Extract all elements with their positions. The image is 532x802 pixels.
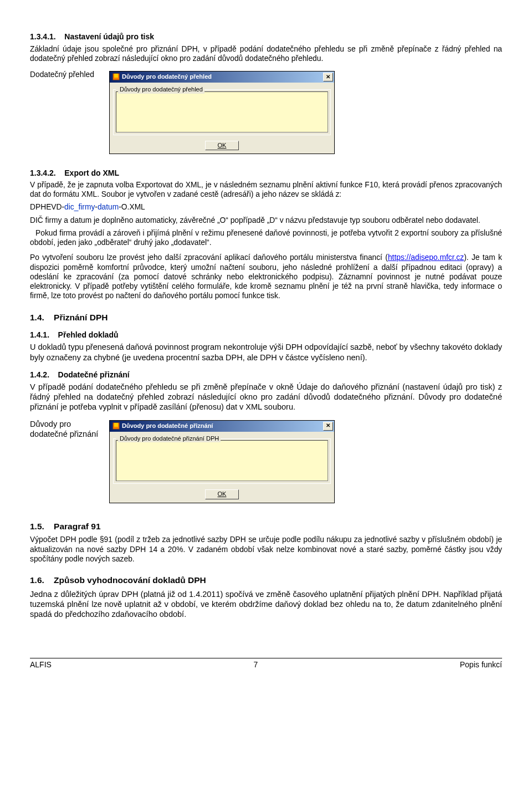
app-icon: [112, 422, 120, 430]
para-1341: Základní údaje jsou společné pro přiznán…: [30, 44, 502, 63]
para-1342d: Po vytvoření souboru lze provést jeho da…: [30, 253, 502, 300]
heading-14: 1.4. Přiznání DPH: [30, 312, 502, 323]
heading-title: Nastavení údajů pro tisk: [64, 32, 154, 41]
heading-num: 1.6.: [30, 575, 44, 585]
dialog-duvody-prehled: Důvody pro dodatečný přehled ✕ Důvody pr…: [109, 71, 335, 155]
heading-title: Export do XML: [64, 168, 119, 177]
para-141: U dokladů typu přenesená daňová povinnos…: [30, 342, 502, 362]
groupbox-legend: Důvody pro dodatečný přehled: [118, 86, 204, 94]
para-1342b: DIČ firmy a datum je doplněno automatick…: [30, 216, 502, 225]
heading-num: 1.4.: [30, 313, 44, 322]
para-16: Jedna z důležitých úprav DPH (platná již…: [30, 589, 502, 619]
footer-left: ALFIS: [30, 660, 52, 670]
heading-title: Způsob vyhodnocování dokladů DPH: [54, 575, 206, 585]
heading-1341: 1.3.4.1. Nastavení údajů pro tisk: [30, 32, 502, 42]
heading-num: 1.3.4.2.: [30, 168, 56, 177]
heading-142: 1.4.2. Dodatečné přiznání: [30, 370, 502, 380]
page-footer: ALFIS 7 Popis funkcí: [30, 658, 502, 670]
para-15: Výpočet DPH podle §91 (podíl z tržeb za …: [30, 535, 502, 564]
filename-part: -O.XML: [119, 203, 145, 211]
heading-16: 1.6. Způsob vyhodnocování dokladů DPH: [30, 575, 502, 585]
heading-title: Paragraf 91: [54, 522, 100, 531]
groupbox-legend: Důvody pro dodatečné přiznání DPH: [118, 435, 221, 443]
heading-title: Přehled dokladů: [58, 330, 119, 339]
heading-num: 1.4.2.: [30, 370, 49, 379]
heading-title: Přiznání DPH: [54, 313, 108, 322]
label-dodatecne-priznani: Důvody pro dodatečné přiznání: [30, 418, 99, 439]
dialog-title: Důvody pro dodatečný přehled: [122, 73, 212, 81]
dialog-title: Důvody pro dodatečné přiznání: [122, 422, 213, 430]
ok-button[interactable]: OK: [205, 489, 239, 499]
heading-num: 1.3.4.1.: [30, 32, 56, 41]
para-1342c: Pokud firma provádí a zároveň i přijímá …: [30, 228, 502, 247]
close-icon[interactable]: ✕: [323, 422, 333, 431]
heading-1342: 1.3.4.2. Export do XML: [30, 168, 502, 178]
dialog-titlebar[interactable]: Důvody pro dodatečné přiznání ✕: [110, 421, 334, 432]
heading-num: 1.5.: [30, 522, 44, 531]
filename-datum: datum: [98, 203, 119, 211]
dialog-titlebar[interactable]: Důvody pro dodatečný přehled ✕: [110, 71, 334, 83]
filename-dic: dic_firmy: [64, 203, 95, 211]
dialog-duvody-priznani: Důvody pro dodatečné přiznání ✕ Důvody p…: [109, 420, 335, 504]
svg-rect-3: [114, 423, 118, 427]
para-142: V případě podání dodatečného přehledu se…: [30, 382, 502, 412]
app-icon: [112, 73, 120, 81]
footer-right: Popis funkcí: [460, 660, 502, 670]
link-adisepo[interactable]: https://adisepo.mfcr.cz: [388, 253, 464, 262]
label-dodatecny-prehled: Dodatečný přehled: [30, 69, 99, 79]
footer-page: 7: [52, 660, 460, 670]
ok-button[interactable]: OK: [205, 141, 239, 151]
close-icon[interactable]: ✕: [323, 73, 333, 81]
heading-title: Dodatečné přiznání: [58, 370, 130, 379]
para-1342a: V případě, že je zapnuta volba Exportova…: [30, 180, 502, 199]
heading-15: 1.5. Paragraf 91: [30, 521, 502, 532]
reasons-textarea[interactable]: [116, 440, 328, 481]
reasons-textarea[interactable]: [116, 91, 328, 132]
text-fragment: Po vytvoření souboru lze provést jeho da…: [30, 253, 388, 262]
svg-rect-1: [114, 74, 118, 78]
heading-141: 1.4.1. Přehled dokladů: [30, 330, 502, 340]
filename-pattern: DPHEVD-dic_firmy-datum-O.XML: [30, 202, 502, 212]
heading-num: 1.4.1.: [30, 330, 49, 339]
filename-part: DPHEVD-: [30, 203, 64, 211]
